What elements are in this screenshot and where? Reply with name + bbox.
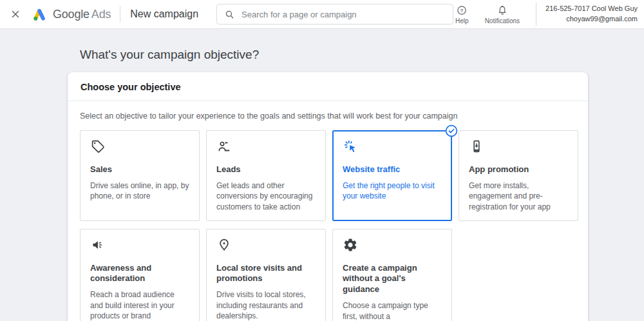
objective-card-website-traffic[interactable]: Website traffic Get the right people to … [332,130,452,221]
google-ads-logo-icon [31,6,47,23]
objective-panel: Choose your objective Select an objectiv… [68,72,588,321]
objective-title: Local store visits and promotions [216,263,316,285]
person-leads-icon [216,139,232,154]
objective-grid: Sales Drive sales online, in app, by pho… [80,130,578,321]
bell-icon [497,5,508,16]
megaphone-icon [90,237,106,253]
help-icon: ? [456,5,468,16]
topbar-divider [120,6,120,23]
objective-description: Drive sales online, in app, by phone, or… [90,180,189,202]
panel-body: Select an objective to tailor your exper… [68,101,588,321]
help-button[interactable]: ? Help [455,5,469,24]
objective-title: App promotion [469,164,568,175]
account-email: choyaw99@gmail.com [545,14,638,24]
brand-google: Google [53,8,90,21]
objective-card-create-a-campaign-without-a-goal-s-guidance[interactable]: Create a campaign without a goal's guida… [332,229,452,321]
notifications-button[interactable]: Notifications [485,5,520,24]
search-icon [224,9,235,20]
objective-title: Leads [216,164,316,175]
objective-title: Create a campaign without a goal's guida… [343,263,442,296]
page-title: New campaign [130,8,198,20]
selected-check-icon [445,124,458,137]
objective-description: Reach a broad audience and build interes… [90,289,189,321]
objective-card-local-store-visits-and-promotions[interactable]: Local store visits and promotions Drive … [206,229,326,321]
brand-wordmark: GoogleAds [53,8,111,21]
search-input[interactable] [242,10,446,19]
panel-subtitle: Select an objective to tailor your exper… [80,112,578,121]
page-heading: What's your campaign objective? [80,48,644,62]
close-icon [10,8,21,20]
objective-card-leads[interactable]: Leads Get leads and other conversions by… [206,130,326,221]
svg-text:?: ? [460,7,464,13]
location-pin-icon [216,237,232,253]
objective-description: Get more installs, engagement and pre-re… [469,180,568,213]
objective-description: Drive visits to local stores, including … [216,289,316,321]
notifications-label: Notifications [485,17,520,24]
cursor-click-icon [343,139,358,154]
help-label: Help [455,17,469,24]
search-box[interactable] [216,4,453,24]
objective-description: Choose a campaign type first, without a … [343,300,442,321]
account-info[interactable]: 216-525-7017 Cool Web Guy choyaw99@gmail… [536,3,640,26]
objective-card-sales[interactable]: Sales Drive sales online, in app, by pho… [80,130,200,221]
objective-title: Sales [90,164,189,175]
objective-title: Awareness and consideration [90,263,189,285]
phone-download-icon [469,139,484,154]
objective-description: Get leads and other conversions by encou… [216,180,316,213]
brand-ads: Ads [91,8,111,21]
gear-icon [343,237,358,253]
objective-title: Website traffic [343,164,442,175]
topbar-right: ? Help Notifications 216-525-7017 Cool W… [455,3,640,26]
close-button[interactable] [6,5,24,23]
objective-card-app-promotion[interactable]: App promotion Get more installs, engagem… [459,130,578,221]
price-tag-icon [90,139,106,154]
panel-title: Choose your objective [68,72,588,101]
objective-card-awareness-and-consideration[interactable]: Awareness and consideration Reach a broa… [80,229,200,321]
account-name: 216-525-7017 Cool Web Guy [545,4,638,14]
top-bar: GoogleAds New campaign ? Help Notificati… [0,0,644,29]
objective-description: Get the right people to visit your websi… [343,180,442,202]
